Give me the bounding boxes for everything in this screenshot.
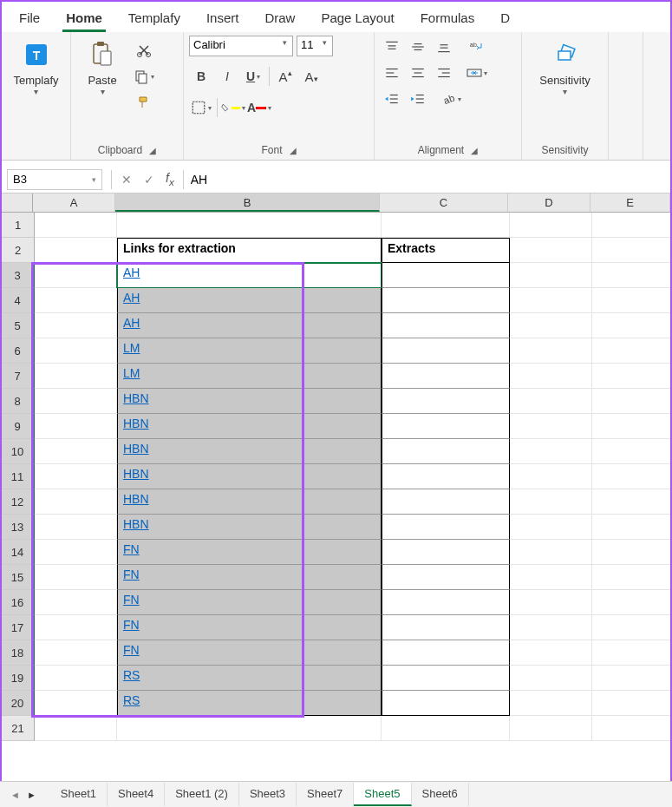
cut-button[interactable] (132, 39, 156, 62)
cell[interactable]: HBN (117, 439, 382, 464)
fx-icon[interactable]: fx (160, 171, 179, 187)
row-header[interactable]: 18 (2, 640, 35, 666)
merge-center-button[interactable]: ▾ (465, 62, 489, 84)
format-painter-button[interactable] (132, 91, 156, 114)
cell[interactable] (510, 615, 592, 640)
cell[interactable] (35, 565, 117, 590)
ribbon-tab-templafy[interactable]: Templafy (125, 6, 184, 32)
cell[interactable] (35, 288, 117, 313)
column-header-E[interactable]: E (590, 194, 670, 212)
row-header[interactable]: 8 (2, 389, 35, 414)
bold-button[interactable]: B (189, 65, 213, 88)
cell[interactable] (592, 565, 672, 590)
ribbon-tab-insert[interactable]: Insert (203, 6, 243, 32)
cell[interactable]: HBN (117, 464, 382, 489)
cell[interactable] (382, 338, 510, 364)
cell[interactable] (592, 288, 672, 313)
decrease-indent-button[interactable] (380, 88, 404, 110)
row-header[interactable]: 10 (2, 439, 35, 464)
row-header[interactable]: 16 (2, 590, 35, 615)
cells-area[interactable]: Links for extractionExtractsAHAHAHLMLMHB… (35, 213, 672, 741)
cell[interactable] (382, 263, 510, 288)
cell[interactable] (592, 263, 672, 288)
cell[interactable] (592, 489, 672, 515)
cell[interactable] (35, 590, 117, 615)
cell[interactable]: HBN (117, 389, 382, 414)
cell[interactable] (510, 338, 592, 364)
copy-button[interactable]: ▾ (132, 65, 156, 88)
cell[interactable] (510, 640, 592, 666)
cell[interactable] (382, 364, 510, 389)
cell[interactable] (510, 716, 592, 741)
cell[interactable] (35, 666, 117, 691)
cell[interactable] (592, 439, 672, 464)
cancel-formula-icon[interactable]: ✕ (115, 169, 138, 190)
row-header[interactable]: 11 (2, 464, 35, 489)
cell[interactable]: FN (117, 565, 382, 590)
sensitivity-button[interactable]: Sensitivity ▾ (534, 36, 596, 100)
cell[interactable] (35, 238, 117, 263)
cell[interactable] (382, 540, 510, 565)
cell[interactable] (35, 489, 117, 515)
cell[interactable] (382, 414, 510, 439)
cell[interactable] (382, 464, 510, 489)
cell[interactable] (510, 238, 592, 263)
cell[interactable] (592, 590, 672, 615)
sheet-tab[interactable]: Sheet1 (2) (165, 783, 239, 806)
cell[interactable] (382, 640, 510, 666)
hyperlink[interactable]: HBN (123, 517, 149, 531)
cell[interactable] (592, 540, 672, 565)
ribbon-tab-draw[interactable]: Draw (261, 6, 298, 32)
sheet-tab[interactable]: Sheet5 (354, 783, 411, 806)
row-header[interactable]: 2 (2, 238, 35, 263)
cell[interactable]: AH (117, 313, 382, 338)
cell[interactable] (35, 464, 117, 489)
font-launcher-icon[interactable]: ◢ (290, 146, 297, 155)
cell[interactable] (35, 364, 117, 389)
cell[interactable] (592, 640, 672, 666)
cell[interactable] (35, 716, 117, 741)
cell[interactable] (592, 364, 672, 389)
sheet-tab[interactable]: Sheet6 (412, 783, 469, 806)
hyperlink[interactable]: HBN (123, 417, 149, 430)
cell[interactable] (35, 313, 117, 338)
borders-button[interactable]: ▾ (189, 96, 213, 119)
row-header[interactable]: 9 (2, 414, 35, 439)
cell[interactable] (510, 515, 592, 540)
cell[interactable] (510, 691, 592, 716)
cell[interactable] (35, 389, 117, 414)
cell[interactable] (592, 389, 672, 414)
cell[interactable] (35, 213, 117, 238)
cell[interactable] (592, 338, 672, 364)
cell[interactable] (382, 313, 510, 338)
font-name-select[interactable]: Calibri▾ (189, 36, 293, 56)
cell[interactable]: FN (117, 590, 382, 615)
row-header[interactable]: 7 (2, 364, 35, 389)
cell[interactable]: HBN (117, 489, 382, 515)
select-all-corner[interactable] (2, 194, 33, 212)
cell[interactable] (35, 338, 117, 364)
increase-indent-button[interactable] (406, 88, 430, 110)
row-header[interactable]: 5 (2, 313, 35, 338)
row-header[interactable]: 13 (2, 515, 35, 540)
cell[interactable] (592, 464, 672, 489)
column-header-A[interactable]: A (33, 194, 115, 212)
font-size-select[interactable]: 11▾ (297, 36, 333, 56)
ribbon-tab-page layout[interactable]: Page Layout (317, 6, 397, 32)
align-bottom-button[interactable] (432, 36, 456, 58)
hyperlink[interactable]: HBN (123, 442, 149, 456)
ribbon-tab-home[interactable]: Home (62, 6, 106, 32)
cell[interactable]: Links for extraction (117, 238, 382, 263)
cell[interactable] (592, 691, 672, 716)
cell[interactable] (510, 439, 592, 464)
align-middle-button[interactable] (406, 36, 430, 58)
ribbon-tab-d[interactable]: D (497, 6, 513, 32)
cell[interactable] (510, 540, 592, 565)
cell[interactable] (510, 263, 592, 288)
sheet-tab[interactable]: Sheet4 (108, 783, 165, 806)
cell[interactable]: LM (117, 338, 382, 364)
align-left-button[interactable] (380, 62, 404, 84)
cell[interactable] (510, 213, 592, 238)
italic-button[interactable]: I (215, 65, 239, 88)
cell[interactable] (510, 288, 592, 313)
